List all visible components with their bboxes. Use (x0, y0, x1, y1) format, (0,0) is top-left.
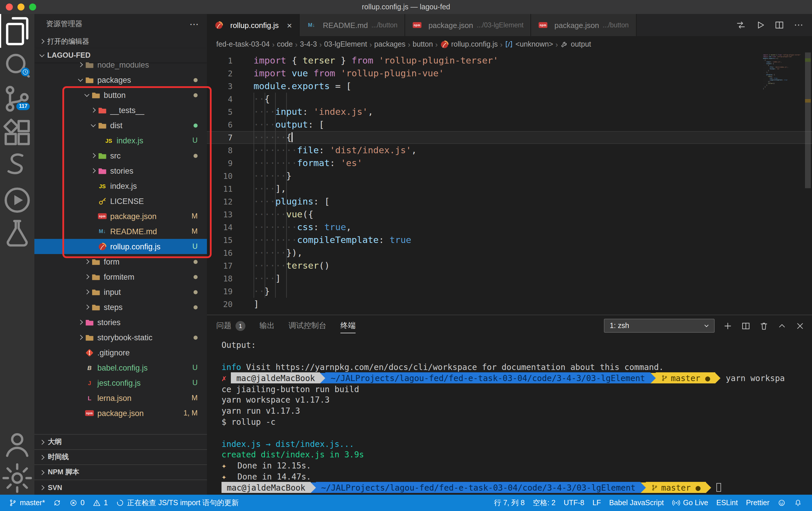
code-line-1[interactable]: 1import { terser } from 'rollup-plugin-t… (207, 54, 812, 67)
panel-tab-终端[interactable]: 终端 (341, 315, 355, 336)
tree-item-jest.config.js[interactable]: Jjest.config.jsU (34, 375, 207, 390)
run-icon[interactable] (755, 20, 765, 30)
breadcrumb-item[interactable]: packages (374, 40, 405, 48)
status-git-branch[interactable]: master* (5, 495, 49, 511)
section-NPM 脚本[interactable]: NPM 脚本 (34, 464, 207, 480)
tab-README.md[interactable]: M↓README.md.../button (300, 14, 405, 36)
editor-scrollbar[interactable] (804, 53, 812, 314)
panel-tab-输出[interactable]: 输出 (259, 315, 274, 336)
tree-item-index.js[interactable]: JSindex.jsU (34, 133, 207, 148)
tree-item-src[interactable]: src (34, 148, 207, 163)
terminal-select[interactable]: 1: zsh (604, 319, 715, 333)
tree-item-package.json[interactable]: npmpackage.json1, M (34, 405, 207, 421)
terminal[interactable]: Output:info Visit https://yarnpkg.com/en… (207, 336, 812, 495)
breadcrumb-item[interactable]: button (413, 40, 433, 48)
code-line-19[interactable]: 19··} (207, 285, 812, 298)
code-line-8[interactable]: 8········file: 'dist/index.js', (207, 144, 812, 157)
tree-item-dist[interactable]: dist (34, 118, 207, 133)
code-line-18[interactable]: 18····] (207, 272, 812, 285)
breadcrumb-item[interactable]: code (277, 40, 293, 48)
open-editors-section[interactable]: 打开的编辑器 (34, 34, 207, 48)
more-actions-icon[interactable] (793, 20, 804, 30)
section-时间线[interactable]: 时间线 (34, 449, 207, 464)
new-terminal-icon[interactable] (723, 321, 733, 331)
tree-item-__tests__[interactable]: __tests__ (34, 102, 207, 118)
tree-item-steps[interactable]: steps (34, 300, 207, 314)
code-line-2[interactable]: 2import vue from 'rollup-plugin-vue' (207, 67, 812, 80)
split-terminal-icon[interactable] (741, 321, 751, 331)
status-feedback[interactable] (774, 495, 790, 511)
status-warnings[interactable]: 1 (89, 495, 112, 511)
minimize-window-button[interactable] (18, 3, 25, 10)
code-lines[interactable]: 1import { terser } from 'rollup-plugin-t… (207, 53, 812, 314)
activity-source-control[interactable]: 117 (0, 82, 34, 115)
project-root-header[interactable]: LAGOU-FED (34, 48, 207, 62)
code-line-12[interactable]: 12····plugins: [ (207, 195, 812, 208)
scrollbar-thumb[interactable] (805, 53, 811, 188)
code-line-10[interactable]: 10······} (207, 170, 812, 182)
breadcrumb-item[interactable]: <unknown> (505, 40, 553, 48)
open-changes-icon[interactable] (736, 20, 746, 30)
code-line-20[interactable]: 20] (207, 298, 812, 310)
status-sync[interactable] (49, 495, 65, 511)
tree-item-storybook-static[interactable]: storybook-static (34, 330, 207, 345)
code-line-5[interactable]: 5····input: 'index.js', (207, 106, 812, 118)
activity-explorer[interactable] (0, 14, 34, 48)
status-eol[interactable]: LF (588, 495, 605, 511)
status-go-live[interactable]: Go Live (668, 495, 712, 511)
panel-tab-调试控制台[interactable]: 调试控制台 (289, 315, 326, 336)
activity-extensions[interactable] (0, 115, 34, 149)
close-icon[interactable]: × (287, 21, 292, 29)
code-line-15[interactable]: 15········compileTemplate: true (207, 234, 812, 246)
tree-item-rollup.config.js[interactable]: rollup.config.jsU (34, 239, 207, 254)
code-line-9[interactable]: 9········format: 'es' (207, 157, 812, 170)
code-line-6[interactable]: 6····output: [ (207, 118, 812, 131)
close-panel-icon[interactable] (795, 321, 805, 331)
section-SVN[interactable]: SVN (34, 480, 207, 495)
tree-item-lerna.json[interactable]: Llerna.jsonM (34, 390, 207, 405)
code-line-16[interactable]: 16······}), (207, 246, 812, 259)
tree-item-stories[interactable]: stories (34, 314, 207, 330)
breadcrumb-item[interactable]: rollup.config.js (440, 40, 498, 49)
tab-package.json[interactable]: npmpackage.json.../button (531, 14, 636, 36)
tree-item-packages[interactable]: packages (34, 72, 207, 87)
status-prettier[interactable]: Prettier (742, 495, 774, 511)
tree-item-form[interactable]: form (34, 254, 207, 269)
activity-test-flask[interactable] (0, 217, 34, 250)
status-errors[interactable]: 0 (65, 495, 89, 511)
zoom-window-button[interactable] (29, 3, 36, 10)
status-language-mode[interactable]: Babel JavaScript (605, 495, 668, 511)
tree-item-babel.config.js[interactable]: Bbabel.config.jsU (34, 360, 207, 375)
minimap[interactable]: import { terser } from 'rollup-plugin-te… (763, 54, 804, 90)
code-line-3[interactable]: 3module.exports = [ (207, 80, 812, 93)
breadcrumb-item[interactable]: 3-4-3 (300, 40, 317, 48)
kill-terminal-icon[interactable] (759, 321, 769, 331)
breadcrumb-item[interactable]: fed-e-task-03-04 (216, 40, 269, 48)
status-notifications[interactable] (790, 495, 806, 511)
code-line-11[interactable]: 11····], (207, 182, 812, 195)
breadcrumb-item[interactable]: 03-lgElement (324, 40, 367, 48)
tree-item-formitem[interactable]: formitem (34, 269, 207, 284)
activity-custom-s[interactable] (0, 149, 34, 183)
section-大纲[interactable]: 大纲 (34, 434, 207, 449)
tree-item-LICENSE[interactable]: LICENSE (34, 193, 207, 209)
status-eslint[interactable]: ESLint (712, 495, 742, 511)
code-line-13[interactable]: 13······vue({ (207, 208, 812, 221)
tree-item-stories[interactable]: stories (34, 163, 207, 178)
status-encoding[interactable]: UTF-8 (559, 495, 588, 511)
tree-item-.gitignore[interactable]: .gitignore (34, 345, 207, 360)
code-line-7[interactable]: 7······{ (207, 131, 812, 144)
code-line-14[interactable]: 14········css: true, (207, 221, 812, 234)
split-editor-icon[interactable] (774, 20, 785, 30)
activity-settings[interactable] (0, 461, 34, 495)
code-editor[interactable]: 1import { terser } from 'rollup-plugin-t… (207, 53, 812, 314)
close-window-button[interactable] (6, 3, 13, 10)
tree-item-package.json[interactable]: npmpackage.jsonM (34, 209, 207, 224)
activity-accounts[interactable] (0, 427, 34, 461)
code-line-4[interactable]: 4··{ (207, 93, 812, 106)
tree-item-index.js[interactable]: JSindex.js (34, 178, 207, 193)
more-actions-icon[interactable]: ⋯ (190, 19, 199, 30)
panel-tab-问题[interactable]: 问题1 (216, 315, 245, 336)
tree-item-input[interactable]: input (34, 284, 207, 300)
tree-item-button[interactable]: button (34, 87, 207, 102)
